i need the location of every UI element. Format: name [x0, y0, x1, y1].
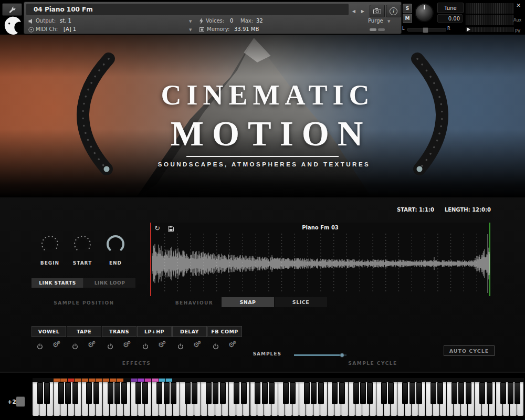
width-slider-handle[interactable]: [423, 27, 428, 33]
fx-settings-icon[interactable]: ⚙⚙: [88, 341, 94, 348]
piano-black-key[interactable]: [142, 382, 148, 404]
slice-button[interactable]: SLICE: [275, 297, 327, 307]
piano-black-key[interactable]: [255, 382, 260, 404]
tune-value-box[interactable]: 0.00: [437, 14, 463, 23]
piano-black-key[interactable]: [458, 382, 464, 404]
piano-black-key[interactable]: [86, 382, 92, 404]
piano-black-key[interactable]: [388, 382, 394, 404]
piano-black-key[interactable]: [430, 382, 436, 404]
piano-black-key[interactable]: [171, 382, 176, 404]
piano-black-key[interactable]: [304, 382, 310, 404]
snap-button[interactable]: SNAP: [222, 297, 274, 307]
piano-black-key[interactable]: [58, 382, 64, 404]
max-voices-value[interactable]: 32: [256, 18, 263, 24]
samples-slider-handle[interactable]: [340, 353, 344, 358]
fx-settings-icon[interactable]: ⚙⚙: [228, 341, 235, 348]
piano-black-key[interactable]: [44, 382, 50, 404]
piano-black-key[interactable]: [318, 382, 324, 404]
piano-black-key[interactable]: [262, 382, 268, 404]
piano-black-key[interactable]: [108, 382, 113, 404]
fx-button-vowel[interactable]: VOWEL: [32, 326, 66, 337]
snapshot-button[interactable]: [370, 5, 385, 17]
keyboard-scroll-handle[interactable]: [16, 396, 25, 407]
master-tune-knob[interactable]: [415, 3, 434, 22]
piano-black-key[interactable]: [452, 382, 457, 404]
piano-black-key[interactable]: [121, 382, 127, 404]
piano-black-key[interactable]: [402, 382, 408, 404]
piano-black-key[interactable]: [367, 382, 373, 404]
piano-black-key[interactable]: [114, 382, 120, 404]
prev-instrument-button[interactable]: ◀: [350, 6, 358, 16]
fx-power-icon[interactable]: [177, 342, 184, 352]
link-starts-button[interactable]: LINK STARTS: [32, 278, 83, 288]
fx-power-icon[interactable]: [142, 342, 149, 352]
piano-black-key[interactable]: [192, 382, 197, 404]
piano-black-key[interactable]: [135, 382, 141, 404]
start-knob[interactable]: [71, 233, 93, 255]
fx-power-icon[interactable]: [37, 342, 43, 352]
link-loop-button[interactable]: LINK LOOP: [84, 278, 135, 288]
piano-black-key[interactable]: [479, 382, 485, 404]
waveform-panel[interactable]: ↻ Piano Fm 03: [150, 223, 491, 296]
piano-black-key[interactable]: [353, 382, 359, 404]
piano-black-key[interactable]: [283, 382, 289, 404]
info-button[interactable]: i: [386, 5, 401, 17]
piano-black-key[interactable]: [213, 382, 218, 404]
output-value[interactable]: st. 1: [60, 18, 71, 24]
piano-black-key[interactable]: [410, 382, 415, 404]
piano-black-key[interactable]: [220, 382, 226, 404]
piano-black-key[interactable]: [508, 382, 513, 404]
fx-button-fbcomp[interactable]: FB COMP: [207, 326, 242, 337]
piano-black-key[interactable]: [93, 382, 99, 404]
piano-black-key[interactable]: [381, 382, 387, 404]
piano-black-key[interactable]: [156, 382, 162, 404]
waveform-display[interactable]: [152, 233, 490, 295]
piano-black-key[interactable]: [234, 382, 239, 404]
pan-slider-handle[interactable]: [467, 27, 470, 32]
piano-black-key[interactable]: [164, 382, 170, 404]
fx-settings-icon[interactable]: ⚙⚙: [158, 341, 164, 348]
fx-settings-icon[interactable]: ⚙⚙: [52, 341, 59, 348]
piano-black-key[interactable]: [500, 382, 506, 404]
fx-settings-icon[interactable]: ⚙⚙: [193, 341, 200, 348]
fx-button-lphp[interactable]: LP+HP: [137, 326, 172, 337]
piano-black-key[interactable]: [466, 382, 471, 404]
piano-black-key[interactable]: [37, 382, 43, 404]
midi-dropdown-icon[interactable]: ▼: [189, 28, 192, 32]
aux-toggle[interactable]: Aux: [513, 18, 521, 23]
begin-knob[interactable]: [39, 233, 61, 255]
pv-toggle[interactable]: PV: [515, 29, 520, 34]
fx-power-icon[interactable]: [213, 342, 219, 352]
pan-slider-track[interactable]: [465, 27, 514, 33]
fx-button-tape[interactable]: TAPE: [67, 326, 101, 337]
piano-black-key[interactable]: [185, 382, 191, 404]
solo-button[interactable]: S: [403, 4, 412, 13]
mute-button[interactable]: M: [403, 14, 412, 23]
piano-black-key[interactable]: [487, 382, 492, 404]
piano-black-key[interactable]: [416, 382, 422, 404]
fx-power-icon[interactable]: [107, 342, 113, 352]
piano-black-key[interactable]: [311, 382, 317, 404]
piano-black-key[interactable]: [339, 382, 345, 404]
fx-settings-icon[interactable]: ⚙⚙: [123, 341, 129, 348]
piano-black-key[interactable]: [332, 382, 338, 404]
wrench-button[interactable]: [2, 3, 22, 16]
auto-cycle-button[interactable]: AUTO CYCLE: [444, 345, 495, 356]
piano-black-key[interactable]: [206, 382, 212, 404]
piano-keyboard[interactable]: [33, 378, 524, 416]
purge-dropdown-icon[interactable]: ▼: [387, 19, 390, 24]
piano-black-key[interactable]: [269, 382, 275, 404]
piano-black-key[interactable]: [290, 382, 296, 404]
purge-label[interactable]: Purge: [368, 18, 383, 24]
close-button[interactable]: ✕: [516, 2, 521, 9]
piano-black-key[interactable]: [72, 382, 78, 404]
piano-black-key[interactable]: [65, 382, 71, 404]
piano-black-key[interactable]: [514, 382, 520, 404]
piano-black-key[interactable]: [360, 382, 366, 404]
piano-black-key[interactable]: [437, 382, 443, 404]
waveform-start-marker[interactable]: [150, 223, 151, 296]
samples-slider[interactable]: [294, 353, 346, 358]
instrument-title-bar[interactable]: 04 Piano 100 Fm: [26, 4, 349, 15]
fx-button-trans[interactable]: TRANS: [102, 326, 136, 337]
piano-black-key[interactable]: [241, 382, 247, 404]
